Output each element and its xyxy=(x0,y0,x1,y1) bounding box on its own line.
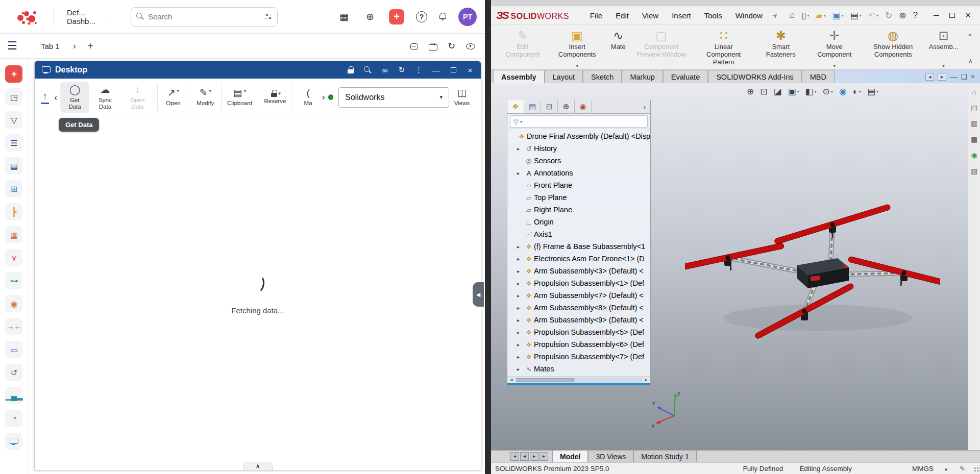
get-data-button[interactable]: ◯ Get Data xyxy=(60,82,89,113)
views-button[interactable]: ◫ Views xyxy=(449,85,475,109)
sidebar-network-icon[interactable]: ⊶ xyxy=(5,272,22,289)
featuremanager-tab[interactable]: ❖ xyxy=(507,100,524,113)
expand-arrow-icon[interactable]: ▸ xyxy=(517,170,524,176)
graphics-viewport[interactable]: ⊕ ⊡ ◪ ▣ ▾ xyxy=(491,83,968,450)
connection-select[interactable]: Solidworks ▾ xyxy=(338,87,449,108)
lock-icon[interactable] xyxy=(347,66,354,73)
search-input[interactable] xyxy=(148,12,260,21)
tree-annotations[interactable]: ▸ A Annotations xyxy=(507,167,650,179)
undo-icon[interactable]: ↶ ▾ xyxy=(866,9,881,22)
menu-window[interactable]: Window xyxy=(729,9,769,22)
tree-axis1[interactable]: ⋰ Axis1 xyxy=(507,228,650,240)
drone-3d-model[interactable] xyxy=(685,190,940,354)
expand-arrow-icon[interactable]: ▸ xyxy=(517,256,524,262)
tree-right-plane[interactable]: ▱ Right Plane xyxy=(507,204,650,216)
resize-grip[interactable] xyxy=(974,470,976,471)
tree-horizontal-scrollbar[interactable]: ◄ ► xyxy=(507,376,650,383)
collapse-sidepanel-handle[interactable]: ◀ xyxy=(473,282,484,307)
sw-maximize-icon[interactable] xyxy=(949,13,955,18)
sidebar-pages-icon[interactable]: ◳ xyxy=(5,88,22,106)
doc-next-icon[interactable]: ► xyxy=(938,73,946,81)
add-tile-button[interactable]: + xyxy=(389,9,404,24)
ribbon-overflow-icon[interactable]: » xyxy=(968,31,973,38)
doc-prev-icon[interactable]: ◄ xyxy=(925,73,934,81)
library-icon[interactable] xyxy=(429,43,437,49)
assembly-features-button[interactable]: ⊡ Assemb... ▾ xyxy=(924,27,963,69)
tree-propulsion-6[interactable]: ▸ ❖ Propulsion Subassembly<6> (Def xyxy=(507,338,650,351)
apply-scene-icon[interactable]: ◐ ▾ xyxy=(853,87,861,97)
sidebar-hierarchy-icon[interactable]: ┣ xyxy=(5,203,22,220)
feature-tabs-expand-icon[interactable]: › xyxy=(639,100,650,113)
edit-appearance-icon[interactable]: ◉ xyxy=(839,86,847,97)
modify-button[interactable]: ✎ ▾ Modify xyxy=(192,85,218,109)
sw-close-icon[interactable]: × xyxy=(965,10,971,21)
help-icon[interactable]: ? xyxy=(416,11,427,22)
tree-origin[interactable]: ∟ Origin xyxy=(507,216,650,228)
panel-splitter-highlight[interactable] xyxy=(507,383,650,385)
taskpane-design-library-icon[interactable]: ▥ xyxy=(971,119,977,128)
insert-components-button[interactable]: ▣ Insert Components ▾ xyxy=(548,27,606,69)
scroll-right-icon[interactable]: ► xyxy=(643,378,650,382)
tree-root[interactable]: ❖ Drone Final Assembly (Default) <Disp xyxy=(507,130,650,142)
show-hidden-components-button[interactable]: ◍ Show Hidden Components xyxy=(862,27,924,69)
expand-panel-handle[interactable]: ∧ xyxy=(243,462,273,470)
mate-button[interactable]: ∿ Mate xyxy=(606,27,630,69)
doc-tab-last-icon[interactable]: ► xyxy=(540,452,548,461)
tree-filter-input[interactable]: ▽ ▾ xyxy=(510,115,648,128)
tab-mbd[interactable]: MBD xyxy=(802,70,835,83)
new-document-icon[interactable]: ▯ ▾ xyxy=(799,9,812,22)
sidebar-merge-icon[interactable]: →← xyxy=(5,318,22,335)
tree-frame-base[interactable]: ▸ ❖ (f) Frame & Base Subassembly<1 xyxy=(507,240,650,253)
scroll-left-icon[interactable]: ◄ xyxy=(508,378,515,382)
doc-tab-prev-icon[interactable]: ◄ xyxy=(520,452,529,461)
sidebar-list-icon[interactable]: ☰ xyxy=(5,134,22,152)
upload-icon[interactable]: ↑ xyxy=(41,90,49,104)
tree-arm-9[interactable]: ▸ ❖ Arm Subassembly<9> (Default) < xyxy=(507,314,650,326)
tab-solidworks-add-ins[interactable]: SOLIDWORKS Add-Ins xyxy=(708,70,802,83)
taskpane-custom-properties-icon[interactable]: ▧ xyxy=(971,167,977,175)
tab-3d-views[interactable]: 3D Views xyxy=(588,450,633,462)
menu-insert[interactable]: Insert xyxy=(665,9,698,22)
sw-minimize-icon[interactable] xyxy=(934,15,939,16)
kebab-menu-icon[interactable]: ⋮ xyxy=(415,65,423,74)
tab-motion-study-1[interactable]: Motion Study 1 xyxy=(633,450,696,462)
doc-close-icon[interactable]: × xyxy=(971,72,975,81)
hamburger-menu-icon[interactable]: ☰ xyxy=(7,40,20,52)
app-logo[interactable] xyxy=(0,0,53,33)
open-data-button[interactable]: ↓ Open Data xyxy=(121,82,154,113)
tree-propulsion-1[interactable]: ▸ ❖ Propulsion Subassembly<1> (Def xyxy=(507,277,650,289)
taskpane-file-explorer-icon[interactable]: ▦ xyxy=(971,135,977,143)
tree-electronics[interactable]: ▸ ❖ Electronics Asm For Drone<1> (D xyxy=(507,253,650,265)
units-selector[interactable]: MMGS xyxy=(912,465,934,472)
sidebar-history-icon[interactable]: ↺ xyxy=(5,364,22,381)
add-circle-icon[interactable]: ⊕ xyxy=(363,10,377,24)
view-settings-icon[interactable]: ▤ ▾ xyxy=(867,86,878,97)
desktop-window-titlebar[interactable]: Desktop xyxy=(35,61,481,79)
sidebar-branch-icon[interactable]: ⋎ xyxy=(5,249,22,266)
search-in-window-icon[interactable] xyxy=(364,66,372,74)
expand-arrow-icon[interactable]: ▸ xyxy=(517,330,524,335)
expand-arrow-icon[interactable]: ▸ xyxy=(517,342,524,347)
notifications-bell-icon[interactable] xyxy=(439,13,447,20)
link-icon[interactable]: ∞ xyxy=(381,66,388,74)
section-view-icon[interactable]: ◪ xyxy=(773,86,781,97)
edit-component-button[interactable]: ✎ Edit Component xyxy=(497,27,548,69)
tab-assembly[interactable]: Assembly xyxy=(493,70,545,83)
export-data-icon[interactable]: ▦ xyxy=(337,10,351,24)
scrollbar-track[interactable] xyxy=(516,378,642,383)
doc-restore-icon[interactable]: ❏ xyxy=(961,72,967,81)
tree-propulsion-7[interactable]: ▸ ❖ Propulsion Subassembly<7> (Def xyxy=(507,351,650,363)
scrollbar-thumb[interactable] xyxy=(517,378,574,382)
open-button[interactable]: ↗ ▾ Open xyxy=(160,85,186,109)
manage-button[interactable]: ( Ma xyxy=(296,85,321,109)
configurationmanager-tab[interactable]: ⊟ xyxy=(541,100,558,113)
expand-arrow-icon[interactable]: ▸ xyxy=(517,146,524,152)
sidebar-notes-icon[interactable]: ▭ xyxy=(5,341,22,358)
ai-assistant-icon[interactable] xyxy=(410,43,418,49)
add-tab-icon[interactable]: + xyxy=(87,40,93,52)
units-caret-icon[interactable]: ▴ xyxy=(945,466,947,471)
menu-tools[interactable]: Tools xyxy=(698,9,729,22)
taskpane-home-icon[interactable]: ⌂ xyxy=(972,88,976,96)
zoom-fit-icon[interactable]: ⊕ xyxy=(747,86,754,97)
taskpane-appearances-icon[interactable]: ◉ xyxy=(971,151,977,159)
